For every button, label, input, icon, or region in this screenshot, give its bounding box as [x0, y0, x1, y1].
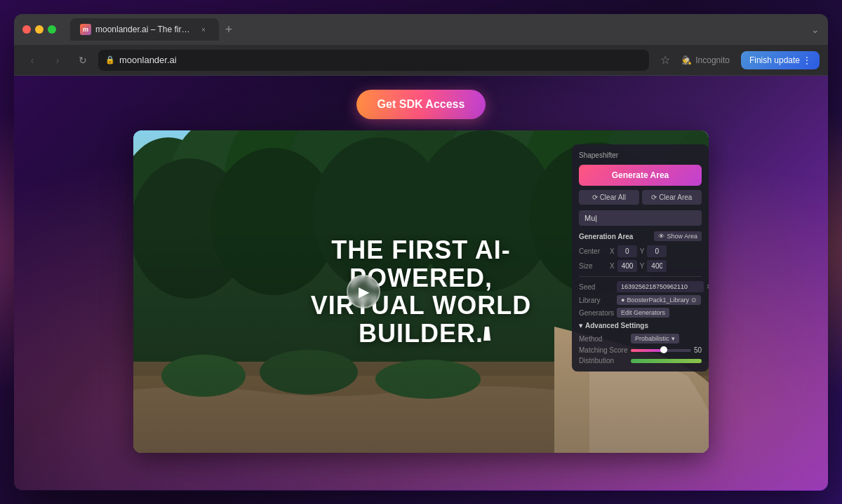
matching-score-value: 50: [694, 346, 702, 354]
tab-close-button[interactable]: ×: [198, 24, 209, 35]
slider-fill: [631, 349, 664, 352]
generation-area-header: Generation Area 👁 Show Area: [579, 231, 702, 241]
search-input[interactable]: [579, 210, 702, 226]
tab-title: moonlander.ai – The first AI c...: [95, 25, 194, 34]
seed-clear-button[interactable]: ×: [707, 282, 709, 292]
panel-title: Shapeshifter: [579, 151, 702, 159]
clear-area-label: Clear Area: [659, 193, 692, 201]
center-x-input[interactable]: [617, 245, 637, 257]
generators-row: Generators Edit Generators: [579, 308, 702, 318]
generation-area-label: Generation Area: [579, 233, 633, 240]
method-label: Method: [579, 335, 628, 343]
nav-bar: ‹ › ↻ 🔒 moonlander.ai ☆ 🕵️ Incognito Fin…: [14, 45, 828, 76]
play-button[interactable]: ▶: [347, 275, 380, 308]
clear-area-button[interactable]: ⟳ Clear Area: [642, 190, 702, 205]
page-content: Get SDK Access: [14, 76, 828, 491]
seed-label: Seed: [579, 283, 614, 291]
library-check-icon: ●: [621, 297, 624, 304]
collapse-icon: ▾: [579, 322, 582, 329]
size-label: Size: [579, 262, 607, 270]
incognito-icon: 🕵️: [681, 55, 692, 65]
minimize-traffic-light[interactable]: [35, 25, 44, 34]
show-area-label: Show Area: [667, 233, 697, 240]
show-area-button[interactable]: 👁 Show Area: [654, 231, 702, 241]
address-bar[interactable]: 🔒 moonlander.ai: [98, 50, 649, 71]
shapeshifter-panel: Shapeshifter Generate Area ⟳ Clear All ⟳…: [572, 144, 709, 372]
tab-favicon: m: [80, 24, 91, 35]
seed-input[interactable]: [617, 281, 704, 292]
divider-1: [579, 276, 702, 277]
action-row: ⟳ Clear All ⟳ Clear Area: [579, 190, 702, 205]
method-select[interactable]: Probabilistic ▾: [631, 334, 679, 343]
incognito-label: Incognito: [695, 55, 730, 65]
size-y-input[interactable]: [647, 260, 667, 272]
headline-line2: VIRTUAL WORLD BUILDER.: [311, 291, 531, 348]
library-row: Library ● BoosterPack1_Library ⊙: [579, 295, 702, 305]
method-value: Probabilistic: [635, 335, 669, 342]
library-name: BoosterPack1_Library: [627, 297, 689, 304]
generate-area-button[interactable]: Generate Area: [579, 165, 702, 186]
back-button[interactable]: ‹: [22, 50, 42, 70]
reload-button[interactable]: ↻: [73, 50, 93, 70]
video-headline: THE FIRST AI-POWERED, VIRTUAL WORLD BUIL…: [277, 236, 565, 347]
new-tab-button[interactable]: +: [219, 20, 239, 39]
distribution-label: Distribution: [579, 357, 628, 365]
library-label: Library: [579, 297, 614, 304]
edit-generators-button[interactable]: Edit Generators: [617, 308, 669, 318]
eye-icon: 👁: [658, 233, 664, 240]
url-text: moonlander.ai: [119, 55, 177, 65]
tab-bar: m moonlander.ai – The first AI c... × +: [70, 18, 804, 41]
browser-window: m moonlander.ai – The first AI c... × + …: [14, 14, 828, 491]
center-row: Center X Y: [579, 245, 702, 257]
incognito-button[interactable]: 🕵️ Incognito: [676, 53, 735, 68]
finish-update-chevron-icon: ⋮: [803, 55, 811, 65]
finish-update-button[interactable]: Finish update ⋮: [741, 51, 820, 69]
bookmark-icon[interactable]: ☆: [660, 53, 670, 67]
seed-row: Seed ×: [579, 281, 702, 292]
library-chevron-icon: ⊙: [691, 297, 697, 304]
distribution-row: Distribution: [579, 357, 702, 365]
matching-score-slider[interactable]: [631, 349, 691, 352]
close-traffic-light[interactable]: [22, 25, 31, 34]
library-badge[interactable]: ● BoosterPack1_Library ⊙: [617, 295, 701, 305]
method-chevron-icon: ▾: [671, 335, 675, 342]
forward-button[interactable]: ›: [48, 50, 67, 70]
center-label: Center: [579, 247, 607, 255]
advanced-settings-header[interactable]: ▾ Advanced Settings: [579, 322, 702, 329]
traffic-lights: [22, 25, 56, 34]
center-y-input[interactable]: [647, 245, 667, 257]
clear-all-button[interactable]: ⟳ Clear All: [579, 190, 639, 205]
clear-icon: ⟳: [592, 193, 598, 201]
method-row: Method Probabilistic ▾: [579, 334, 702, 343]
finish-update-label: Finish update: [749, 55, 800, 65]
distribution-bar[interactable]: [631, 359, 702, 363]
video-container: THE FIRST AI-POWERED, VIRTUAL WORLD BUIL…: [133, 130, 709, 453]
matching-score-label: Matching Score: [579, 346, 628, 354]
maximize-traffic-light[interactable]: [48, 25, 56, 34]
size-x-input[interactable]: [617, 260, 637, 272]
title-bar: m moonlander.ai – The first AI c... × + …: [14, 14, 828, 45]
size-row: Size X Y: [579, 260, 702, 272]
clear-area-icon: ⟳: [651, 193, 657, 201]
clear-all-label: Clear All: [600, 193, 626, 201]
lock-icon: 🔒: [105, 55, 115, 64]
get-sdk-button[interactable]: Get SDK Access: [356, 90, 486, 119]
advanced-settings-label: Advanced Settings: [585, 322, 648, 329]
matching-score-row: Matching Score 50: [579, 346, 702, 354]
slider-thumb: [660, 346, 667, 353]
chevron-down-icon[interactable]: ⌄: [811, 24, 820, 35]
generators-label: Generators: [579, 309, 614, 317]
active-tab[interactable]: m moonlander.ai – The first AI c... ×: [70, 18, 219, 41]
